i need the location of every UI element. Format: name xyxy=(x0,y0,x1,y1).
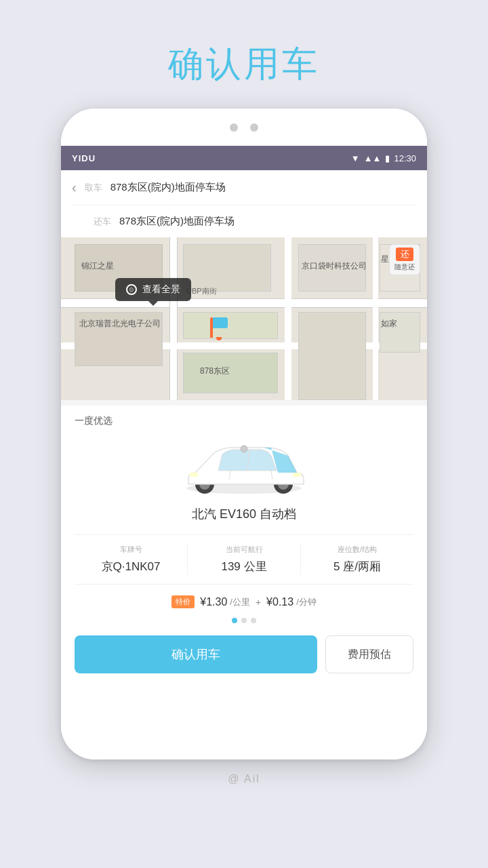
road-vertical-3 xyxy=(373,237,378,400)
footer-text: @ Ail xyxy=(228,773,260,785)
map-background: UBP南街 锦江之星 北京瑞普北光电子公司 878东区 京口袋时科技公司 如家 … xyxy=(61,237,427,400)
page-title-text: 确认用车 xyxy=(168,41,320,88)
pickup-row: ‹ 取车 878东区(院内)地面停车场 xyxy=(72,170,416,205)
panorama-tooltip[interactable]: ⊙ 查看全景 xyxy=(115,278,191,301)
panorama-text: 查看全景 xyxy=(142,283,180,296)
status-bar-right: ▼ ▲▲ ▮ 12:30 xyxy=(351,153,416,163)
battery-icon: ▮ xyxy=(385,153,390,163)
plate-number-item: 车牌号 京Q·1NK07 xyxy=(75,545,188,574)
phone-top-bezel xyxy=(61,108,427,146)
svg-rect-7 xyxy=(190,473,198,477)
plate-number-value: 京Q·1NK07 xyxy=(75,559,187,574)
panorama-icon: ⊙ xyxy=(126,284,137,295)
price-connector: + xyxy=(256,597,261,608)
location-header: ‹ 取车 878东区(院内)地面停车场 还车 878东区(院内)地面停车场 xyxy=(61,170,427,237)
dot-3[interactable] xyxy=(251,618,256,623)
building-5 xyxy=(183,312,278,339)
estimate-button[interactable]: 费用预估 xyxy=(325,635,413,673)
building-8 xyxy=(380,312,420,353)
dot-2[interactable] xyxy=(241,618,247,623)
wifi-icon: ▼ xyxy=(351,153,360,163)
car-marker-base xyxy=(216,337,222,340)
return-label: 还车 xyxy=(94,216,113,228)
return-location: 878东区(院内)地面停车场 xyxy=(119,215,235,228)
car-image-container xyxy=(75,435,413,499)
price-badge: 特价 xyxy=(171,595,195,608)
marker-flag xyxy=(213,317,228,328)
phone-speaker-left xyxy=(230,123,238,132)
seats-label: 座位数/结构 xyxy=(301,545,413,555)
svg-point-10 xyxy=(241,446,247,452)
pickup-location: 878东区(院内)地面停车场 xyxy=(110,181,226,194)
suiyi-label: 随意还 xyxy=(392,262,417,272)
dot-1[interactable] xyxy=(232,618,237,623)
range-value: 139 公里 xyxy=(188,559,300,574)
app-content: ‹ 取车 878东区(院内)地面停车场 还车 878东区(院内)地面停车场 xyxy=(61,170,427,732)
price1-amount: ¥1.30 xyxy=(200,596,227,608)
section-title: 一度优选 xyxy=(75,415,413,427)
building-2 xyxy=(183,244,271,292)
phone-speaker-center xyxy=(250,123,258,132)
car-marker-flag-wrap xyxy=(210,317,228,338)
bottom-buttons: 确认用车 费用预估 xyxy=(75,635,413,680)
price2-amount: ¥0.13 xyxy=(266,596,293,608)
return-row: 还车 878东区(院内)地面停车场 xyxy=(72,205,416,237)
car-name: 北汽 EV160 自动档 xyxy=(75,506,413,522)
phone-bottom-bezel xyxy=(61,732,427,760)
map-place-878: 878东区 xyxy=(200,366,230,377)
range-label: 当前可航行 xyxy=(188,545,300,555)
building-7 xyxy=(298,312,366,400)
pagination-dots xyxy=(75,618,413,623)
map-place-rujia: 如家 xyxy=(381,319,397,330)
svg-rect-6 xyxy=(293,473,301,477)
confirm-button[interactable]: 确认用车 xyxy=(75,635,317,673)
plate-number-label: 车牌号 xyxy=(75,545,187,555)
map-area[interactable]: UBP南街 锦江之星 北京瑞普北光电子公司 878东区 京口袋时科技公司 如家 … xyxy=(61,237,427,400)
status-bar: YIDU ▼ ▲▲ ▮ 12:30 xyxy=(61,146,427,170)
car-marker xyxy=(210,317,228,340)
phone-shell: YIDU ▼ ▲▲ ▮ 12:30 ‹ 取车 878东区(院内)地面停车场 还车… xyxy=(61,108,427,760)
building-6 xyxy=(183,353,278,393)
app-name: YIDU xyxy=(72,153,96,163)
road-vertical-1 xyxy=(169,237,178,400)
pickup-label: 取车 xyxy=(85,182,104,194)
suiyi-button[interactable]: 还 随意还 xyxy=(389,244,420,275)
price2-unit: /分钟 xyxy=(296,596,317,608)
back-button[interactable]: ‹ xyxy=(72,180,77,195)
range-item: 当前可航行 139 公里 xyxy=(188,545,301,574)
seats-item: 座位数/结构 5 座/两厢 xyxy=(301,545,413,574)
car-details: 车牌号 京Q·1NK07 当前可航行 139 公里 座位数/结构 5 座/两厢 xyxy=(75,534,413,585)
map-place-jinjiang: 锦江之星 xyxy=(81,261,114,272)
seats-value: 5 座/两厢 xyxy=(301,559,413,574)
map-place-koudai: 京口袋时科技公司 xyxy=(302,261,367,272)
time-display: 12:30 xyxy=(394,153,416,163)
car-image xyxy=(176,435,312,496)
car-section: 一度优选 xyxy=(61,406,427,732)
price1-unit: /公里 xyxy=(230,596,250,608)
signal-icon: ▲▲ xyxy=(364,153,382,163)
suiyi-icon: 还 xyxy=(396,248,413,261)
price-row: 特价 ¥1.30 /公里 + ¥0.13 /分钟 xyxy=(75,595,413,608)
map-place-beijing: 北京瑞普北光电子公司 xyxy=(76,319,164,330)
road-vertical-2 xyxy=(285,237,291,400)
